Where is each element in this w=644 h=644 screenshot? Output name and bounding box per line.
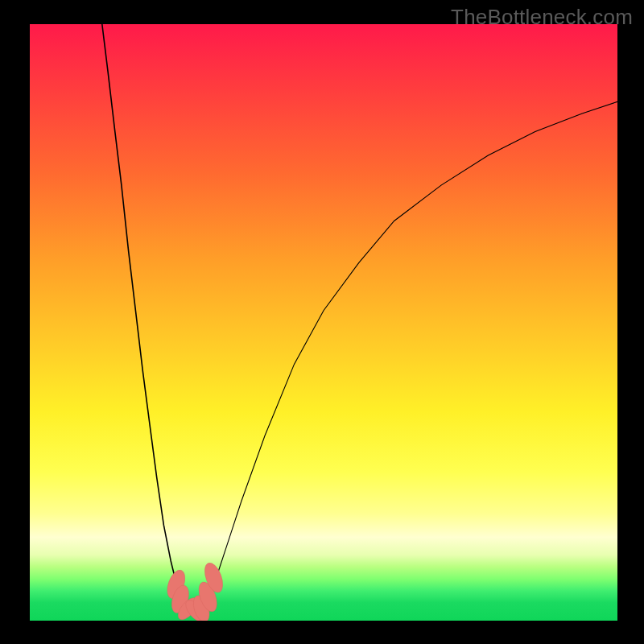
chart-frame — [30, 24, 617, 621]
curve-right — [205, 101, 617, 609]
curve-left — [102, 24, 184, 609]
watermark-text: TheBottleneck.com — [451, 5, 633, 30]
chart-plot — [30, 24, 617, 621]
